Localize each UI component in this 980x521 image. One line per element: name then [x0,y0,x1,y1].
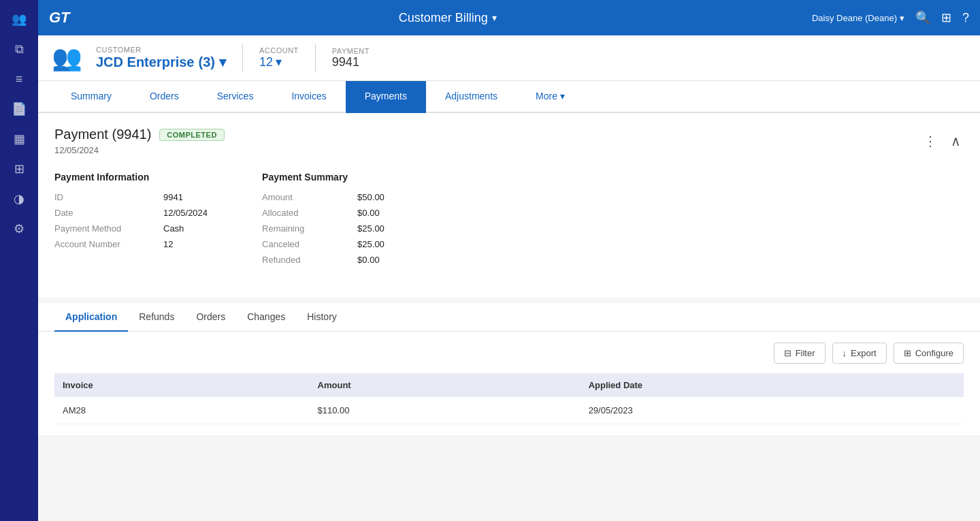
sidebar-icon-table[interactable]: ▦ [7,127,31,151]
sub-tab-changes[interactable]: Changes [236,303,296,332]
sidebar-icon-settings[interactable]: ⚙ [7,217,31,241]
method-value: Cash [163,223,184,234]
configure-icon: ⊞ [904,348,911,358]
id-label: ID [54,192,150,202]
sidebar-icon-copy[interactable]: ⧉ [7,37,31,61]
customer-bar: 👥 CUSTOMER JCD Enterprise (3) ▾ ACCOUNT … [38,35,980,81]
account-number-value: 12 [163,239,173,249]
content-area: 👥 CUSTOMER JCD Enterprise (3) ▾ ACCOUNT … [38,35,980,521]
account-dropdown-icon[interactable]: ▾ [276,54,282,69]
method-label: Payment Method [54,223,150,234]
tab-adjustments[interactable]: Adjustments [426,81,517,113]
table-area: ⊟ Filter ↓ Export ⊞ Configure [38,332,980,435]
col-applied-date: Applied Date [581,373,964,397]
tab-invoices[interactable]: Invoices [272,81,345,113]
amount-value: $50.00 [357,192,385,202]
account-value[interactable]: 12 ▾ [259,54,299,69]
account-number: 12 [259,55,273,69]
info-row-date: Date 12/05/2024 [54,208,208,218]
customer-label: CUSTOMER [96,46,226,54]
tabs-bar: Summary Orders Services Invoices Payment… [38,81,980,113]
export-icon: ↓ [843,348,847,358]
info-section-title: Payment Information [54,172,208,183]
tab-services[interactable]: Services [198,81,273,113]
divider-1 [242,44,243,72]
sidebar-icon-users[interactable]: 👥 [7,7,31,31]
info-row-method: Payment Method Cash [54,223,208,234]
header-right: Daisy Deane (Deane) ▾ 🔍 ⊞ ? [812,10,969,25]
sub-tab-orders[interactable]: Orders [185,303,236,332]
more-actions-button[interactable]: ⋮ [921,130,940,152]
account-block: ACCOUNT 12 ▾ [259,46,299,69]
payment-information-section: Payment Information ID 9941 Date 12/05/2… [54,172,208,270]
card-actions: ⋮ ∧ [921,130,964,152]
help-button[interactable]: ? [962,11,969,25]
summary-row-amount: Amount $50.00 [262,192,385,202]
row-amount: $110.00 [310,397,581,424]
summary-row-canceled: Canceled $25.00 [262,239,385,249]
row-invoice: AM28 [54,397,310,424]
allocated-label: Allocated [262,208,330,218]
divider-2 [315,44,316,72]
summary-row-allocated: Allocated $0.00 [262,208,385,218]
summary-row-remaining: Remaining $25.00 [262,223,385,234]
grid-button[interactable]: ⊞ [941,10,951,25]
search-button[interactable]: 🔍 [915,10,930,25]
summary-row-refunded: Refunded $0.00 [262,255,385,265]
refunded-label: Refunded [262,255,330,265]
configure-label: Configure [915,348,953,358]
sub-tab-refunds[interactable]: Refunds [128,303,185,332]
tab-more[interactable]: More ▾ [517,81,584,113]
sub-tab-history[interactable]: History [296,303,348,332]
sidebar-icon-palette[interactable]: ◑ [7,187,31,211]
date-value: 12/05/2024 [163,208,208,218]
filter-label: Filter [796,348,815,358]
info-row-id: ID 9941 [54,192,208,202]
refunded-value: $0.00 [357,255,380,265]
sub-tab-application[interactable]: Application [54,303,128,332]
sub-tabs-bar: Application Refunds Orders Changes Histo… [38,303,980,332]
customer-name-text: JCD Enterprise [96,54,195,70]
payment-date: 12/05/2024 [54,145,225,155]
filter-icon: ⊟ [784,348,791,358]
payment-number: 9941 [332,55,370,69]
status-badge: COMPLETED [159,129,225,141]
sidebar-icon-calculator[interactable]: ⊞ [7,157,31,181]
sidebar-icon-list[interactable]: ≡ [7,67,31,91]
export-label: Export [851,348,877,358]
customer-name-block: CUSTOMER JCD Enterprise (3) ▾ [96,46,226,70]
configure-button[interactable]: ⊞ Configure [894,343,964,364]
user-menu[interactable]: Daisy Deane (Deane) ▾ [812,13,904,23]
table-header-row: Invoice Amount Applied Date [54,373,964,397]
customer-dropdown-icon[interactable]: ▾ [219,54,226,70]
customer-icon: 👥 [52,44,82,72]
payment-title-row: Payment (9941) COMPLETED [54,127,225,142]
payment-title: Payment (9941) [54,127,151,142]
remaining-value: $25.00 [357,223,385,234]
app-title-text: Customer Billing [399,11,488,25]
export-button[interactable]: ↓ Export [832,343,887,364]
payment-card: Payment (9941) COMPLETED 12/05/2024 ⋮ ∧ … [38,113,980,298]
user-name: Daisy Deane (Deane) [812,13,897,23]
payment-label: PAYMENT [332,47,370,55]
table-body: AM28 $110.00 29/05/2023 [54,397,964,424]
col-amount: Amount [310,373,581,397]
date-label: Date [54,208,150,218]
tab-orders[interactable]: Orders [131,81,198,113]
table-row[interactable]: AM28 $110.00 29/05/2023 [54,397,964,424]
allocated-value: $0.00 [357,208,380,218]
canceled-label: Canceled [262,239,330,249]
app-title-dropdown-icon[interactable]: ▾ [492,12,497,23]
customer-name[interactable]: JCD Enterprise (3) ▾ [96,54,226,70]
payment-card-header: Payment (9941) COMPLETED 12/05/2024 ⋮ ∧ [54,127,964,155]
payment-title-section: Payment (9941) COMPLETED 12/05/2024 [54,127,225,155]
tab-summary[interactable]: Summary [52,81,131,113]
col-invoice: Invoice [54,373,310,397]
id-value: 9941 [163,192,183,202]
filter-button[interactable]: ⊟ Filter [774,343,826,364]
table-head: Invoice Amount Applied Date [54,373,964,397]
collapse-button[interactable]: ∧ [948,130,964,152]
app-title: Customer Billing ▾ [399,11,497,25]
tab-payments[interactable]: Payments [346,81,426,113]
sidebar-icon-document[interactable]: 📄 [7,97,31,121]
